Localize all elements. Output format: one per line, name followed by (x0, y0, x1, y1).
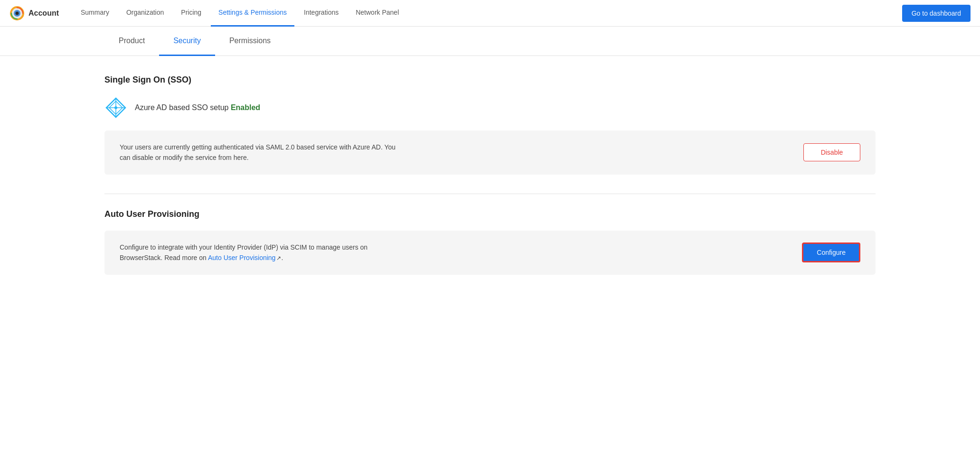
sso-status: Enabled (231, 103, 260, 112)
azure-ad-icon (104, 96, 127, 119)
brand-logo (9, 6, 25, 21)
configure-button[interactable]: Configure (802, 242, 860, 262)
external-link-icon: ↗ (276, 254, 281, 263)
brand-name: Account (28, 9, 59, 18)
sso-title: Single Sign On (SSO) (104, 75, 876, 85)
main-content: Single Sign On (SSO) Azure AD based SSO … (0, 56, 980, 313)
nav-right: Go to dashboard (902, 5, 971, 22)
logo-container[interactable]: Account (9, 6, 59, 21)
nav-summary[interactable]: Summary (73, 0, 117, 27)
section-divider (104, 194, 876, 194)
nav-pricing[interactable]: Pricing (173, 0, 209, 27)
auto-provisioning-title: Auto User Provisioning (104, 209, 876, 219)
auto-provisioning-section: Auto User Provisioning Configure to inte… (104, 209, 876, 275)
disable-button[interactable]: Disable (803, 143, 860, 161)
sso-provider-row: Azure AD based SSO setup Enabled (104, 96, 876, 119)
tab-product[interactable]: Product (104, 27, 159, 56)
sso-info-text: Your users are currently getting authent… (120, 142, 405, 163)
sso-info-box: Your users are currently getting authent… (104, 130, 876, 175)
sso-section: Single Sign On (SSO) Azure AD based SSO … (104, 75, 876, 175)
svg-point-3 (16, 11, 19, 15)
sub-tabs: Product Security Permissions (104, 27, 876, 56)
nav-links: Summary Organization Pricing Settings & … (73, 0, 902, 27)
tab-security[interactable]: Security (159, 27, 215, 56)
sub-tabs-container: Product Security Permissions (0, 27, 980, 56)
go-to-dashboard-button[interactable]: Go to dashboard (902, 5, 971, 22)
auto-provisioning-info-text: Configure to integrate with your Identit… (120, 242, 405, 263)
svg-point-8 (114, 106, 117, 109)
auto-provisioning-link[interactable]: Auto User Provisioning (208, 254, 275, 261)
top-navigation: Account Summary Organization Pricing Set… (0, 0, 980, 27)
tab-permissions[interactable]: Permissions (215, 27, 285, 56)
sso-provider-text: Azure AD based SSO setup Enabled (135, 103, 260, 112)
nav-integrations[interactable]: Integrations (296, 0, 346, 27)
nav-network-panel[interactable]: Network Panel (348, 0, 406, 27)
nav-organization[interactable]: Organization (119, 0, 171, 27)
auto-provisioning-info-box: Configure to integrate with your Identit… (104, 231, 876, 275)
nav-settings-permissions[interactable]: Settings & Permissions (211, 0, 294, 27)
